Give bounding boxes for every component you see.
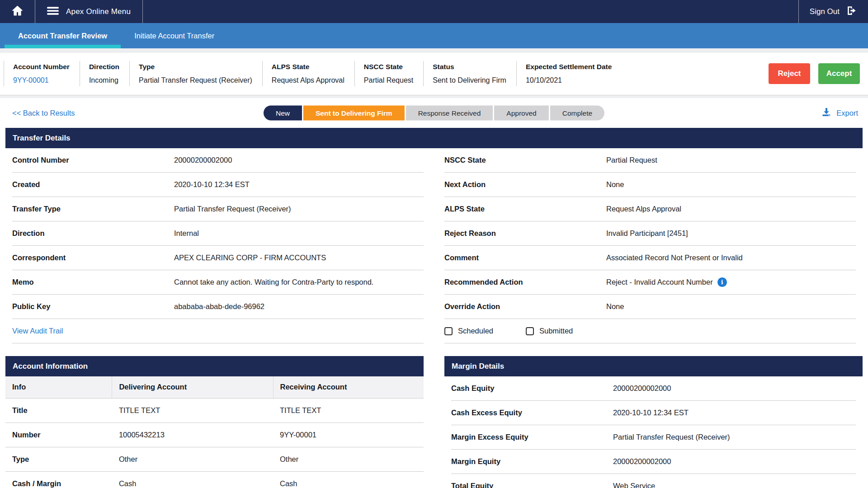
status-progress-pills: New Sent to Delivering Firm Response Rec… — [264, 106, 604, 121]
row-label: Comment — [444, 253, 606, 262]
account-information-table: Info Delivering Account Receiving Accoun… — [5, 376, 424, 488]
table-row: Title TITLE TEXT TITLE TEXT — [5, 398, 424, 422]
summary-field-account-number: Account Number 9YY-00001 — [4, 61, 80, 86]
row-label: Direction — [12, 229, 174, 238]
field-value: Sent to Delivering Firm — [433, 76, 506, 84]
row-label: Recommended Action — [444, 278, 606, 286]
row-value: Cannot take any action. Waiting for Cont… — [174, 278, 373, 286]
detail-row-memo: Memo Cannot take any action. Waiting for… — [12, 270, 424, 295]
detail-row-margin-excess-equity: Margin Excess Equity Partial Transfer Re… — [451, 425, 856, 450]
link-label: View Audit Trail — [12, 327, 63, 335]
account-number-link[interactable]: 9YY-00001 — [13, 76, 70, 84]
field-value: Incoming — [89, 76, 119, 84]
detail-row-comment: Comment Associated Record Not Present or… — [444, 246, 856, 270]
row-value: 20000200002000 — [174, 156, 232, 164]
checkbox-label: Submitted — [539, 327, 573, 335]
stage-pill-new[interactable]: New — [264, 106, 302, 121]
stage-pill-approved[interactable]: Approved — [494, 106, 548, 121]
row-value: 2020-10-10 12:34 EST — [174, 180, 250, 189]
cell-number-delivering: 10005432213 — [112, 422, 273, 447]
stage-pill-response-received[interactable]: Response Received — [406, 106, 493, 121]
tab-account-transfer-review[interactable]: Account Transfer Review — [5, 23, 121, 48]
tab-label: Account Transfer Review — [18, 32, 107, 40]
row-label: Next Action — [444, 180, 606, 189]
summary-field-alps-state: ALPS State Request Alps Approval — [262, 61, 354, 86]
cell-cash-margin-receiving: Cash — [273, 471, 424, 488]
top-navbar: Apex Online Menu Sign Out — [0, 0, 868, 23]
stage-pill-sent-to-delivering-firm[interactable]: Sent to Delivering Firm — [303, 106, 405, 121]
row-label: Margin Equity — [451, 457, 613, 466]
app-title: Apex Online Menu — [66, 7, 131, 16]
summary-bar-wrap: Account Number 9YY-00001 Direction Incom… — [0, 48, 868, 98]
sign-out-button[interactable]: Sign Out — [798, 0, 868, 23]
summary-field-type: Type Partial Transfer Request (Receiver) — [129, 61, 262, 86]
submitted-checkbox-item[interactable]: Submitted — [526, 327, 573, 335]
recommended-action-text: Reject - Invalid Account Number — [606, 278, 713, 286]
section-title: Account Information — [13, 362, 88, 371]
row-label: Memo — [12, 278, 174, 286]
hamburger-icon — [47, 5, 59, 19]
view-audit-trail-link[interactable]: View Audit Trail — [12, 319, 424, 343]
summary-field-status: Status Sent to Delivering Firm — [423, 61, 516, 86]
export-button[interactable]: Export — [821, 107, 858, 119]
margin-details-panel: Margin Details Cash Equity 2000020000200… — [444, 356, 863, 488]
field-value: Partial Request — [364, 76, 413, 84]
accept-button[interactable]: Accept — [818, 63, 860, 84]
stage-label: Complete — [562, 109, 592, 117]
margin-details-header: Margin Details — [444, 356, 863, 376]
table-row: Type Other Other — [5, 447, 424, 471]
scheduled-checkbox[interactable] — [444, 327, 453, 335]
row-value: Reject - Invalid Account Number i — [606, 277, 727, 287]
navbar-spacer — [143, 0, 798, 23]
section-title: Transfer Details — [13, 134, 71, 143]
home-button[interactable] — [0, 0, 35, 23]
cell-number-label: Number — [5, 422, 112, 447]
stage-pill-complete[interactable]: Complete — [550, 106, 604, 121]
row-value: APEX CLEARING CORP - FIRM ACCOUNTS — [174, 253, 326, 262]
summary-field-nscc-state: NSCC State Partial Request — [354, 61, 423, 86]
field-value: Partial Transfer Request (Receiver) — [139, 76, 252, 84]
bottom-panels: Account Information Info Delivering Acco… — [5, 356, 863, 488]
row-label: NSCC State — [444, 156, 606, 164]
detail-row-next-action: Next Action None — [444, 173, 856, 197]
account-information-panel: Account Information Info Delivering Acco… — [5, 356, 424, 488]
detail-row-override-action: Override Action None — [444, 295, 856, 319]
detail-row-nscc-state: NSCC State Partial Request — [444, 148, 856, 173]
submitted-checkbox[interactable] — [526, 327, 534, 335]
scheduled-checkbox-item[interactable]: Scheduled — [444, 327, 493, 335]
transfer-details-left-column: Control Number 20000200002000 Created 20… — [12, 148, 424, 343]
cell-type-label: Type — [5, 447, 112, 471]
table-row: Cash / Margin Cash Cash — [5, 471, 424, 488]
row-label: Public Key — [12, 302, 174, 311]
detail-row-correspondent: Correspondent APEX CLEARING CORP - FIRM … — [12, 246, 424, 270]
row-value: None — [606, 302, 624, 311]
row-label: Override Action — [444, 302, 606, 311]
detail-row-recommended-action: Recommended Action Reject - Invalid Acco… — [444, 270, 856, 295]
account-information-header: Account Information — [5, 356, 424, 376]
back-to-results-link[interactable]: << Back to Results — [12, 109, 75, 117]
reject-button[interactable]: Reject — [769, 63, 810, 84]
info-icon[interactable]: i — [717, 277, 727, 287]
detail-row-margin-equity: Margin Equity 20000200002000 — [451, 450, 856, 474]
checkbox-label: Scheduled — [458, 327, 493, 335]
row-value: Invalid Participant [2451] — [606, 229, 688, 238]
transfer-details-header: Transfer Details — [5, 128, 863, 148]
section-title: Margin Details — [452, 362, 504, 371]
row-value: Partial Transfer Request (Receiver) — [174, 205, 291, 213]
cell-type-delivering: Other — [112, 447, 273, 471]
column-header-delivering-account: Delivering Account — [112, 376, 273, 398]
export-label: Export — [836, 109, 858, 117]
stage-label: Sent to Delivering Firm — [316, 109, 392, 117]
transfer-details-right-column: NSCC State Partial Request Next Action N… — [444, 148, 856, 343]
row-value: 2020-10-10 12:34 EST — [613, 408, 689, 417]
summary-bar: Account Number 9YY-00001 Direction Incom… — [0, 52, 868, 95]
main-menu-button[interactable]: Apex Online Menu — [35, 0, 143, 23]
transfer-details-grid: Control Number 20000200002000 Created 20… — [5, 148, 863, 343]
detail-row-transfer-type: Transfer Type Partial Transfer Request (… — [12, 197, 424, 221]
summary-field-direction: Direction Incoming — [80, 61, 129, 86]
row-label: Transfer Type — [12, 205, 174, 213]
transfer-details-section: Transfer Details Control Number 20000200… — [5, 128, 863, 343]
tab-initiate-account-transfer[interactable]: Initiate Account Transfer — [121, 23, 228, 48]
cell-number-receiving: 9YY-00001 — [273, 422, 424, 447]
field-value: Request Alps Approval — [272, 76, 344, 84]
